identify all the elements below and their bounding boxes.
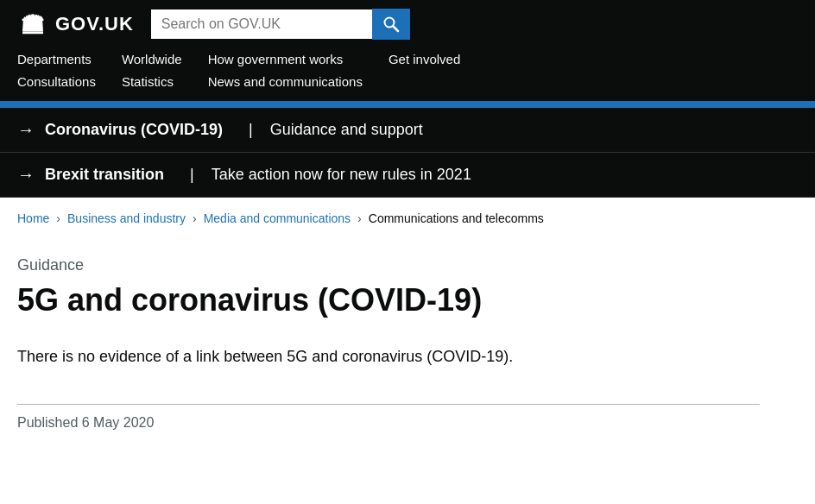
guidance-label: Guidance: [17, 256, 760, 274]
nav-departments[interactable]: Departments: [17, 48, 96, 71]
breadcrumb: Home › Business and industry › Media and…: [0, 198, 815, 239]
brexit-alert-banner: → Brexit transition | Take action now fo…: [0, 153, 815, 198]
published-date: Published 6 May 2020: [17, 415, 760, 431]
header: GOV.UK: [0, 0, 815, 48]
svg-rect-0: [22, 32, 43, 35]
search-form: [151, 9, 410, 40]
page-title: 5G and coronavirus (COVID-19): [17, 281, 760, 318]
search-button[interactable]: [372, 9, 410, 40]
logo-text: GOV.UK: [55, 13, 134, 35]
nav-news-comms[interactable]: News and communications: [208, 71, 363, 93]
brexit-alert-link[interactable]: Brexit transition: [45, 166, 164, 184]
nav-col-4: Get involved: [389, 48, 460, 92]
breadcrumb-current: Communications and telecomms: [369, 211, 544, 225]
svg-point-1: [22, 19, 24, 22]
svg-line-5: [393, 27, 398, 32]
crown-icon: [17, 10, 48, 38]
breadcrumb-business[interactable]: Business and industry: [67, 211, 186, 225]
brexit-alert-separator: |: [190, 166, 194, 184]
breadcrumb-sep-2: ›: [193, 211, 197, 225]
nav-col-3: How government works News and communicat…: [208, 48, 363, 92]
breadcrumb-sep-3: ›: [357, 211, 362, 225]
intro-text: There is no evidence of a link between 5…: [17, 344, 622, 369]
breadcrumb-sep-1: ›: [56, 211, 60, 225]
breadcrumb-home[interactable]: Home: [17, 211, 49, 225]
covid-alert-separator: |: [249, 121, 253, 139]
nav-statistics[interactable]: Statistics: [122, 71, 182, 93]
main-content: Guidance 5G and coronavirus (COVID-19) T…: [0, 239, 777, 465]
svg-point-3: [41, 19, 44, 22]
svg-point-2: [32, 14, 35, 16]
nav-col-1: Departments Consultations: [17, 48, 96, 92]
covid-alert-banner: → Coronavirus (COVID-19) | Guidance and …: [0, 108, 815, 153]
content-divider: [17, 404, 760, 405]
nav-worldwide[interactable]: Worldwide: [122, 48, 182, 71]
covid-alert-arrow: →: [17, 120, 35, 140]
main-nav: Departments Consultations Worldwide Stat…: [0, 48, 815, 101]
covid-alert-link[interactable]: Coronavirus (COVID-19): [45, 121, 223, 139]
nav-consultations[interactable]: Consultations: [17, 71, 96, 93]
breadcrumb-media[interactable]: Media and communications: [204, 211, 351, 225]
search-icon: [382, 16, 400, 33]
covid-alert-text: Guidance and support: [270, 121, 423, 139]
nav-col-2: Worldwide Statistics: [122, 48, 182, 92]
nav-get-involved[interactable]: Get involved: [389, 48, 460, 71]
gov-logo[interactable]: GOV.UK: [17, 10, 134, 38]
search-input[interactable]: [151, 9, 372, 39]
nav-how-gov-works[interactable]: How government works: [208, 48, 363, 71]
blue-bar: [0, 101, 815, 108]
brexit-alert-text: Take action now for new rules in 2021: [212, 166, 471, 184]
brexit-alert-arrow: →: [17, 165, 35, 185]
